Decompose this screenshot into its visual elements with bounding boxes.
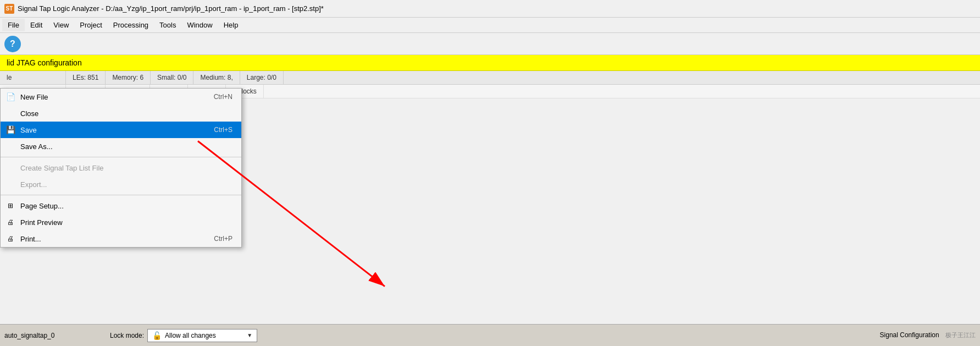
- table-header-col-2: Memory: 6: [106, 71, 151, 84]
- save-label: Save: [20, 126, 37, 134]
- print-preview-label: Print Preview: [20, 218, 63, 227]
- table-header-col-1: LEs: 851: [66, 71, 106, 84]
- save-as-label: Save As...: [20, 142, 53, 151]
- create-signal-label: Create Signal Tap List File: [20, 164, 104, 172]
- menu-save-as[interactable]: Save As...: [1, 138, 241, 155]
- separator-2: [1, 195, 241, 195]
- menu-bar: File Edit View Project Processing Tools …: [0, 18, 980, 33]
- table-header-col-4: Medium: 8,: [193, 71, 240, 84]
- toolbar: ?: [0, 33, 980, 55]
- file-dropdown-menu: 📄 New File Ctrl+N Close 💾 Save Ctrl+S Sa…: [0, 88, 242, 248]
- lock-icon: 🔓: [152, 331, 162, 340]
- menu-page-setup[interactable]: ⊞ Page Setup...: [1, 197, 241, 214]
- main-content: lid JTAG configuration le LEs: 851 Memor…: [0, 55, 980, 324]
- title-text: Signal Tap Logic Analyzer - D:/aa_Yzg/ip…: [18, 4, 324, 13]
- table-header-col-3: Small: 0/0: [151, 71, 193, 84]
- menu-tools[interactable]: Tools: [154, 19, 181, 31]
- print-label: Print...: [20, 235, 41, 243]
- menu-create-signal-tap[interactable]: Create Signal Tap List File: [1, 160, 241, 176]
- menu-file[interactable]: File: [2, 19, 25, 31]
- new-file-shortcut: Ctrl+N: [214, 93, 232, 101]
- notification-bar: lid JTAG configuration: [0, 55, 980, 71]
- lock-dropdown-arrow: ▼: [247, 332, 252, 338]
- save-icon: 💾: [5, 124, 16, 135]
- table-header-col-0: le: [0, 71, 66, 84]
- menu-print[interactable]: 🖨 Print... Ctrl+P: [1, 230, 241, 247]
- export-label: Export...: [20, 180, 47, 189]
- lock-mode-dropdown[interactable]: 🔓 Allow all changes ▼: [147, 329, 257, 342]
- create-signal-icon: [5, 162, 16, 173]
- page-setup-icon: ⊞: [5, 200, 16, 211]
- status-bar: auto_signaltap_0 Lock mode: 🔓 Allow all …: [0, 324, 980, 346]
- help-button[interactable]: ?: [4, 36, 21, 52]
- signal-config-section: Signal Configuration 极子王江江: [880, 331, 976, 339]
- app-icon: ST: [4, 4, 14, 14]
- title-bar: ST Signal Tap Logic Analyzer - D:/aa_Yzg…: [0, 0, 980, 18]
- lock-mode-container: Lock mode: 🔓 Allow all changes ▼: [110, 329, 257, 342]
- menu-window[interactable]: Window: [181, 19, 218, 31]
- save-shortcut: Ctrl+S: [214, 126, 232, 134]
- export-icon: [5, 179, 16, 190]
- print-shortcut: Ctrl+P: [214, 235, 232, 243]
- lock-mode-label: Lock mode:: [110, 332, 144, 339]
- menu-save[interactable]: 💾 Save Ctrl+S: [1, 122, 241, 138]
- menu-help[interactable]: Help: [218, 19, 244, 31]
- save-as-icon: [5, 141, 16, 152]
- menu-edit[interactable]: Edit: [25, 19, 48, 31]
- watermark: 极子王江江: [945, 332, 976, 338]
- lock-value: Allow all changes: [165, 332, 216, 339]
- new-file-label: New File: [20, 93, 48, 101]
- menu-close[interactable]: Close: [1, 105, 241, 122]
- close-label: Close: [20, 109, 38, 118]
- table-header-col-5: Large: 0/0: [240, 71, 284, 84]
- page-setup-label: Page Setup...: [20, 202, 64, 210]
- menu-project[interactable]: Project: [74, 19, 107, 31]
- new-file-icon: 📄: [5, 91, 16, 102]
- close-icon: [5, 108, 16, 119]
- menu-export[interactable]: Export...: [1, 176, 241, 193]
- menu-print-preview[interactable]: 🖨 Print Preview: [1, 214, 241, 230]
- print-icon: 🖨: [5, 233, 16, 244]
- menu-view[interactable]: View: [48, 19, 74, 31]
- menu-processing[interactable]: Processing: [108, 19, 154, 31]
- table-header: le LEs: 851 Memory: 6 Small: 0/0 Medium:…: [0, 71, 980, 85]
- instance-label: auto_signaltap_0: [4, 332, 103, 339]
- menu-new-file[interactable]: 📄 New File Ctrl+N: [1, 89, 241, 105]
- separator-1: [1, 157, 241, 157]
- signal-config-label: Signal Configuration: [880, 331, 939, 339]
- print-preview-icon: 🖨: [5, 217, 16, 228]
- notification-text: lid JTAG configuration: [7, 58, 82, 67]
